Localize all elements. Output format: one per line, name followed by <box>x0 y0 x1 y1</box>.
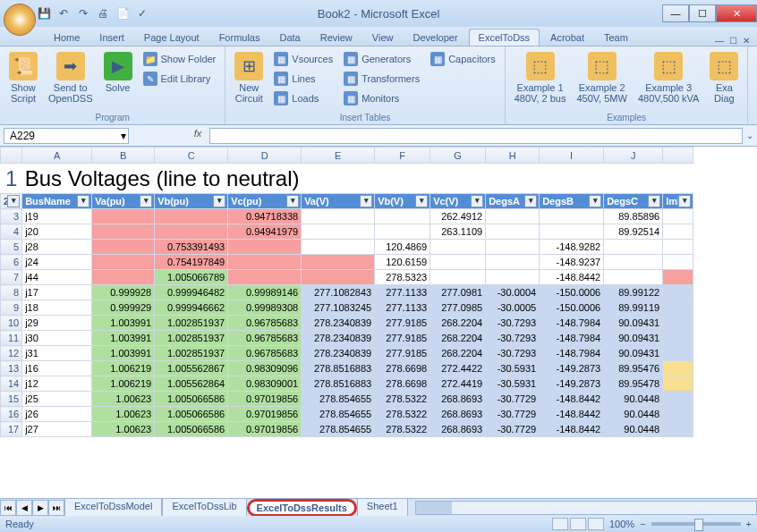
cell[interactable]: 278.6698 <box>375 361 430 376</box>
cell[interactable]: 268.8693 <box>430 422 486 437</box>
cell[interactable] <box>663 300 693 316</box>
cell[interactable]: -148.7984 <box>540 331 604 346</box>
cell[interactable] <box>375 224 430 240</box>
cell[interactable]: -149.2873 <box>540 361 604 376</box>
cell[interactable] <box>663 285 693 300</box>
filter-Va(pu)[interactable]: Va(pu) <box>92 194 155 209</box>
fx-icon[interactable]: fx <box>190 128 206 144</box>
cell[interactable]: j26 <box>22 407 92 422</box>
cell[interactable]: 1.005066586 <box>155 422 228 437</box>
chevron-down-icon[interactable]: ▾ <box>121 130 126 142</box>
cell[interactable] <box>663 316 693 331</box>
cell[interactable]: 268.8693 <box>430 392 486 407</box>
row-header-15[interactable]: 15 <box>1 392 22 407</box>
cell[interactable]: j28 <box>22 240 92 255</box>
generators-button[interactable]: ▦Generators <box>340 50 423 68</box>
tab-insert[interactable]: Insert <box>90 30 133 46</box>
cell[interactable] <box>663 346 693 361</box>
col-header-E[interactable]: E <box>302 148 375 164</box>
example2-button[interactable]: ⬚ Example 2450V, 5MW <box>573 50 630 106</box>
cell[interactable]: j44 <box>22 270 92 285</box>
col-header-C[interactable]: C <box>155 148 228 164</box>
cell[interactable]: 0.96785683 <box>228 316 302 331</box>
cell[interactable]: 1.005066789 <box>155 270 228 285</box>
sheet-nav-last[interactable]: ⏭ <box>48 500 64 516</box>
cell[interactable] <box>92 209 155 224</box>
col-header-I[interactable]: I <box>540 148 604 164</box>
cell[interactable]: 0.753391493 <box>155 240 228 255</box>
cell[interactable]: -148.8442 <box>540 392 604 407</box>
sheet-tab-exceltodssresults[interactable]: ExcelToDssResults <box>247 499 357 517</box>
zoom-out-button[interactable]: − <box>640 519 645 529</box>
cell[interactable]: 268.2204 <box>430 316 486 331</box>
cell[interactable] <box>228 255 302 270</box>
edit-library-button[interactable]: ✎Edit Library <box>140 70 220 88</box>
cell[interactable]: 278.6698 <box>375 376 430 392</box>
normal-view-button[interactable] <box>552 518 568 530</box>
cell[interactable]: 278.2340839 <box>302 346 375 361</box>
cell[interactable]: 0.999946482 <box>155 285 228 300</box>
row-header-1[interactable]: 1 <box>1 164 22 194</box>
cell[interactable]: 1.002851937 <box>155 331 228 346</box>
cell[interactable] <box>302 240 375 255</box>
page-break-view-button[interactable] <box>588 518 604 530</box>
cell[interactable]: j18 <box>22 300 92 316</box>
row-header-6[interactable]: 6 <box>1 255 22 270</box>
tab-view[interactable]: View <box>363 30 403 46</box>
cell[interactable]: 278.8516883 <box>302 361 375 376</box>
cell[interactable]: 1.002851937 <box>155 316 228 331</box>
sheet-title[interactable]: Bus Voltages (line to neutral) <box>22 164 693 194</box>
filter-Va(V)[interactable]: Va(V) <box>302 194 375 209</box>
cell[interactable]: 277.1133 <box>375 300 430 316</box>
cell[interactable] <box>430 270 486 285</box>
cell[interactable] <box>604 255 663 270</box>
redo-button[interactable]: ↷ <box>75 5 91 21</box>
row-header-4[interactable]: 4 <box>1 224 22 240</box>
cell[interactable] <box>375 209 430 224</box>
cell[interactable] <box>155 209 228 224</box>
cell[interactable] <box>92 270 155 285</box>
cell[interactable]: -150.0006 <box>540 300 604 316</box>
save-button[interactable]: 💾 <box>36 5 52 21</box>
print-button[interactable]: 🖨 <box>95 5 111 21</box>
cell[interactable]: 277.9185 <box>375 331 430 346</box>
formula-bar[interactable] <box>209 128 743 144</box>
cell[interactable]: 90.09431 <box>604 316 663 331</box>
cell[interactable] <box>540 209 604 224</box>
cell[interactable]: 1.003991 <box>92 346 155 361</box>
cell[interactable]: 89.99119 <box>604 300 663 316</box>
sheet-tab-exceltodsslib[interactable]: ExcelToDssLib <box>162 499 246 517</box>
cell[interactable]: 268.2204 <box>430 331 486 346</box>
cell[interactable]: 90.0448 <box>604 422 663 437</box>
cell[interactable]: 268.2204 <box>430 346 486 361</box>
example1-button[interactable]: ⬚ Example 1480V, 2 bus <box>511 50 570 106</box>
office-button[interactable] <box>4 4 36 36</box>
row-header-16[interactable]: 16 <box>1 407 22 422</box>
spreadsheet-grid[interactable]: ABCDEFGHIJ1Bus Voltages (line to neutral… <box>0 147 757 486</box>
horizontal-scrollbar[interactable] <box>415 501 757 515</box>
col-header-A[interactable]: A <box>22 148 92 164</box>
cell[interactable]: -30.7729 <box>486 392 540 407</box>
cell[interactable] <box>663 331 693 346</box>
name-box[interactable]: A229▾ <box>4 128 129 144</box>
row-header-9[interactable]: 9 <box>1 300 22 316</box>
tab-page-layout[interactable]: Page Layout <box>135 30 208 46</box>
row-header-3[interactable]: 3 <box>1 209 22 224</box>
cell[interactable]: j16 <box>22 361 92 376</box>
transformers-button[interactable]: ▦Transformers <box>340 70 423 88</box>
cell[interactable]: 120.4869 <box>375 240 430 255</box>
row-header-5[interactable]: 5 <box>1 240 22 255</box>
cell[interactable]: -30.7293 <box>486 331 540 346</box>
cell[interactable]: 0.98309096 <box>228 361 302 376</box>
cell[interactable] <box>302 270 375 285</box>
cell[interactable]: -148.9237 <box>540 255 604 270</box>
workbook-close-icon[interactable]: ✕ <box>743 36 750 46</box>
filter-Vc(pu)[interactable]: Vc(pu) <box>228 194 302 209</box>
col-header-F[interactable]: F <box>375 148 430 164</box>
capacitors-button[interactable]: ▦Capacitors <box>427 50 499 68</box>
cell[interactable] <box>663 407 693 422</box>
cell[interactable]: 0.97019856 <box>228 407 302 422</box>
col-header-B[interactable]: B <box>92 148 155 164</box>
cell[interactable] <box>302 224 375 240</box>
select-all-cell[interactable] <box>1 148 22 164</box>
